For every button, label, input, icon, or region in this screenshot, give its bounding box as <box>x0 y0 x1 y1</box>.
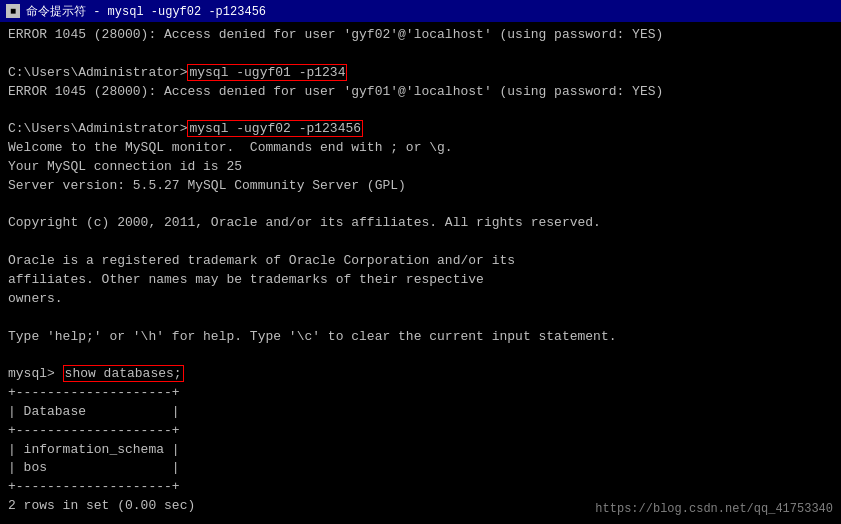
terminal-line: | bos | <box>8 459 833 478</box>
cmd-highlight-1: mysql -ugyf01 -p1234 <box>187 64 347 81</box>
prompt-prefix: C:\Users\Administrator> <box>8 65 187 80</box>
terminal-line <box>8 233 833 252</box>
terminal-line: Oracle is a registered trademark of Orac… <box>8 252 833 271</box>
terminal-line: affiliates. Other names may be trademark… <box>8 271 833 290</box>
cmd-highlight-2: mysql -ugyf02 -p123456 <box>187 120 363 137</box>
terminal-line: Welcome to the MySQL monitor. Commands e… <box>8 139 833 158</box>
terminal-line: ERROR 1045 (28000): Access denied for us… <box>8 83 833 102</box>
prompt-prefix-2: C:\Users\Administrator> <box>8 121 187 136</box>
terminal-line <box>8 101 833 120</box>
terminal-line: Your MySQL connection id is 25 <box>8 158 833 177</box>
terminal-line: C:\Users\Administrator>mysql -ugyf02 -p1… <box>8 120 833 139</box>
terminal-line: mysql> show databases; <box>8 365 833 384</box>
terminal-line: owners. <box>8 290 833 309</box>
cmd-highlight-3: show databases; <box>63 365 184 382</box>
title-bar-text: 命令提示符 - mysql -ugyf02 -p123456 <box>26 3 266 20</box>
terminal-line: +--------------------+ <box>8 478 833 497</box>
terminal-line: +--------------------+ <box>8 384 833 403</box>
terminal-line: | Database | <box>8 403 833 422</box>
watermark: https://blog.csdn.net/qq_41753340 <box>595 502 833 516</box>
terminal-line: Type 'help;' or '\h' for help. Type '\c'… <box>8 328 833 347</box>
title-bar: ■ 命令提示符 - mysql -ugyf02 -p123456 <box>0 0 841 22</box>
mysql-prompt-3: mysql> <box>8 366 63 381</box>
terminal-line <box>8 516 833 524</box>
terminal-line: Server version: 5.5.27 MySQL Community S… <box>8 177 833 196</box>
terminal-line <box>8 196 833 215</box>
terminal-line: ERROR 1045 (28000): Access denied for us… <box>8 26 833 45</box>
terminal-line <box>8 309 833 328</box>
terminal-body: ERROR 1045 (28000): Access denied for us… <box>0 22 841 524</box>
terminal-line: | information_schema | <box>8 441 833 460</box>
terminal-line: Copyright (c) 2000, 2011, Oracle and/or … <box>8 214 833 233</box>
terminal-line: C:\Users\Administrator>mysql -ugyf01 -p1… <box>8 64 833 83</box>
title-bar-icon: ■ <box>6 4 20 18</box>
terminal-line <box>8 45 833 64</box>
terminal-line <box>8 346 833 365</box>
terminal-line: +--------------------+ <box>8 422 833 441</box>
